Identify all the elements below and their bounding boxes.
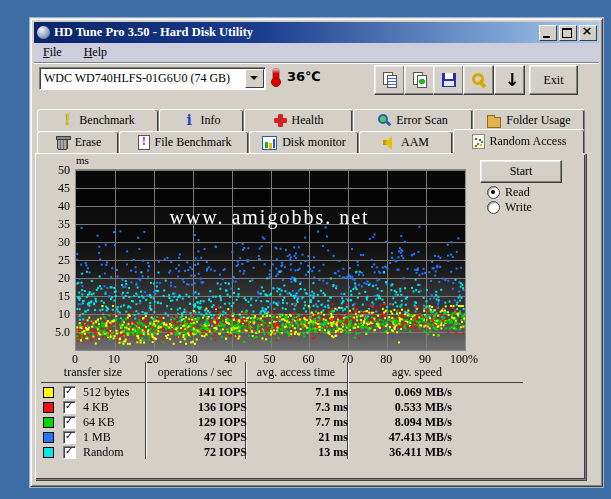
exit-label: Exit bbox=[544, 73, 564, 88]
tab-label: Info bbox=[201, 113, 221, 128]
benchmark-icon bbox=[61, 114, 74, 127]
options-button[interactable] bbox=[463, 65, 494, 95]
legend-color-swatch bbox=[43, 417, 54, 428]
legend-color-swatch bbox=[43, 402, 54, 413]
tab-file-benchmark[interactable]: File Benchmark bbox=[119, 131, 249, 153]
file-benchmark-icon bbox=[138, 135, 150, 150]
tab-label: Random Access bbox=[490, 134, 567, 149]
y-axis-unit-label: ms bbox=[76, 154, 89, 166]
tab-label: Benchmark bbox=[79, 113, 134, 128]
y-tick-label: 30 bbox=[42, 235, 70, 250]
avg-speed-value: 47.413 MB/s bbox=[348, 430, 452, 445]
thermometer-icon bbox=[272, 68, 280, 85]
table-row: 64 KB129 IOPS7.7 ms8.094 MB/s bbox=[41, 415, 523, 430]
tab-label: Folder Usage bbox=[506, 113, 570, 128]
window-controls bbox=[539, 25, 599, 41]
access-time-value: 21 ms bbox=[247, 430, 348, 445]
y-tick-label: 15 bbox=[42, 289, 70, 304]
tab-label: AAM bbox=[401, 135, 429, 150]
avg-speed-value: 8.094 MB/s bbox=[348, 415, 452, 430]
random-access-tab-page: ms www. amigobbs. net 504540353025201510… bbox=[35, 153, 586, 480]
download-button[interactable] bbox=[494, 65, 525, 95]
tab-error-scan[interactable]: Error Scan bbox=[353, 109, 473, 131]
app-icon bbox=[37, 26, 50, 39]
copy-image-icon bbox=[412, 72, 428, 88]
menu-item-help[interactable]: Help bbox=[82, 44, 109, 61]
series-checkbox[interactable] bbox=[63, 446, 76, 459]
y-tick-label: 45 bbox=[42, 181, 70, 196]
series-checkbox[interactable] bbox=[63, 386, 76, 399]
access-time-value: 13 ms bbox=[247, 445, 348, 460]
save-button[interactable] bbox=[433, 65, 464, 95]
copy-text-icon bbox=[382, 72, 398, 88]
health-icon bbox=[274, 114, 287, 127]
radio-icon[interactable] bbox=[487, 201, 500, 214]
error-scan-icon bbox=[378, 114, 391, 127]
tab-erase[interactable]: Erase bbox=[37, 131, 119, 153]
operations-value: 136 IOPS bbox=[155, 400, 247, 415]
avg-speed-value: 0.533 MB/s bbox=[348, 400, 452, 415]
minimize-button-icon[interactable] bbox=[539, 25, 557, 41]
access-time-value: 7.1 ms bbox=[247, 385, 348, 400]
transfer-size-label: 4 KB bbox=[83, 400, 155, 415]
table-row: Random72 IOPS13 ms36.411 MB/s bbox=[41, 445, 523, 460]
tab-label: Disk monitor bbox=[282, 135, 346, 150]
tab-health[interactable]: Health bbox=[244, 109, 353, 131]
table-row: 1 MB47 IOPS21 ms47.413 MB/s bbox=[41, 430, 523, 445]
start-label: Start bbox=[510, 164, 533, 179]
avg-speed-value: 36.411 MB/s bbox=[348, 445, 452, 460]
random-access-icon bbox=[472, 134, 485, 149]
results-table: 512 bytes141 IOPS7.1 ms0.069 MB/s4 KB136… bbox=[41, 385, 523, 460]
transfer-size-label: 512 bytes bbox=[83, 385, 155, 400]
title-bar[interactable]: HD Tune Pro 3.50 - Hard Disk Utility bbox=[34, 22, 599, 43]
legend-color-swatch bbox=[43, 387, 54, 398]
mode-label: Read bbox=[505, 185, 530, 200]
series-checkbox[interactable] bbox=[63, 416, 76, 429]
tab-folder-usage[interactable]: Folder Usage bbox=[473, 109, 585, 131]
tab-label: File Benchmark bbox=[155, 135, 232, 150]
close-button-icon[interactable] bbox=[579, 25, 597, 41]
y-tick-label: 25 bbox=[42, 253, 70, 268]
tab-label: Erase bbox=[75, 135, 102, 150]
series-checkbox[interactable] bbox=[63, 431, 76, 444]
operations-value: 129 IOPS bbox=[155, 415, 247, 430]
scatter-canvas bbox=[76, 170, 465, 350]
menu-item-file[interactable]: File bbox=[41, 44, 64, 61]
legend-color-swatch bbox=[43, 432, 54, 443]
info-icon bbox=[183, 114, 196, 127]
save-icon bbox=[442, 73, 456, 87]
series-checkbox[interactable] bbox=[63, 401, 76, 414]
maximize-button-icon[interactable] bbox=[559, 25, 577, 41]
drive-selector-value: WDC WD740HLFS-01G6U0 (74 GB) bbox=[40, 71, 245, 86]
copy-image-button[interactable] bbox=[404, 65, 435, 95]
tab-row-2: EraseFile BenchmarkDisk monitorAAMRandom… bbox=[37, 131, 585, 153]
copy-text-button[interactable] bbox=[374, 65, 405, 95]
tab-disk-monitor[interactable]: Disk monitor bbox=[249, 131, 359, 153]
start-button[interactable]: Start bbox=[480, 160, 562, 183]
access-time-scatter-plot bbox=[75, 169, 466, 351]
tab-random-access[interactable]: Random Access bbox=[453, 129, 585, 153]
col-transfer-size: transfer size bbox=[41, 365, 145, 380]
transfer-size-label: Random bbox=[83, 445, 155, 460]
aam-icon bbox=[383, 136, 396, 149]
drive-selector-dropdown[interactable]: WDC WD740HLFS-01G6U0 (74 GB) bbox=[39, 67, 266, 90]
tab-label: Error Scan bbox=[396, 113, 448, 128]
mode-radio-write[interactable]: Write bbox=[487, 200, 532, 215]
exit-button[interactable]: Exit bbox=[529, 65, 578, 95]
table-row: 512 bytes141 IOPS7.1 ms0.069 MB/s bbox=[41, 385, 523, 400]
legend-color-swatch bbox=[43, 447, 54, 458]
radio-icon[interactable] bbox=[487, 186, 500, 199]
chevron-down-icon[interactable] bbox=[245, 69, 264, 88]
tab-benchmark[interactable]: Benchmark bbox=[37, 109, 159, 131]
watermark-text: www. amigobbs. net bbox=[75, 206, 464, 229]
tab-info[interactable]: Info bbox=[159, 109, 244, 131]
tab-aam[interactable]: AAM bbox=[359, 131, 453, 153]
tab-label: Health bbox=[292, 113, 324, 128]
avg-speed-value: 0.069 MB/s bbox=[348, 385, 452, 400]
erase-icon bbox=[57, 137, 68, 150]
mode-radio-read[interactable]: Read bbox=[487, 185, 530, 200]
temperature-value: 36℃ bbox=[287, 69, 321, 84]
operations-value: 72 IOPS bbox=[155, 445, 247, 460]
y-tick-label: 20 bbox=[42, 271, 70, 286]
tab-row-1: BenchmarkInfoHealthError ScanFolder Usag… bbox=[37, 109, 585, 131]
